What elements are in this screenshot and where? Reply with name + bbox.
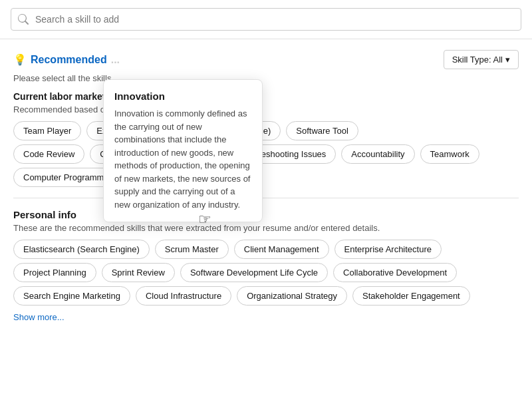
skill-tag-teamwork[interactable]: Teamwork [420, 144, 479, 164]
chevron-down-icon: ▾ [505, 55, 510, 65]
skill-tag-sdlc[interactable]: Software Development Life Cycle [180, 263, 328, 282]
personal-info-section: Personal info These are the recommended … [13, 209, 519, 325]
section-divider [13, 198, 519, 198]
skill-tag-scrum-master[interactable]: Scrum Master [155, 240, 229, 259]
skill-tag-project-planning[interactable]: Project Planning [13, 263, 96, 282]
personal-skills-row1: Elasticsearch (Search Engine) Scrum Mast… [13, 240, 519, 259]
personal-info-title: Personal info [13, 209, 519, 220]
skill-tag-sprint-review[interactable]: Sprint Review [102, 263, 175, 282]
personal-info-desc: These are the recommended skills that we… [13, 223, 519, 233]
innovation-tooltip: Innovation Innovation is commonly define… [103, 79, 263, 222]
skill-tag-search-engine-marketing[interactable]: Search Engine Marketing [13, 286, 130, 305]
skill-tag-elasticsearch[interactable]: Elasticsearch (Search Engine) [13, 240, 150, 259]
skill-tag-code-review[interactable]: Code Review [13, 144, 84, 164]
labor-skills-row1: Team Player Excel Python (Programming La… [13, 121, 519, 140]
search-input[interactable] [11, 8, 521, 31]
skill-tag-stakeholder-engagement[interactable]: Stakeholder Engagement [352, 286, 470, 305]
skill-tag-organizational-strategy[interactable]: Organizational Strategy [237, 286, 347, 305]
skill-tag-enterprise-architecture[interactable]: Enterprise Architecture [334, 240, 442, 259]
skill-tag-team-player[interactable]: Team Player [13, 121, 81, 140]
labor-skills-row3: Computer Programming Show more... [13, 168, 519, 187]
tooltip-body: Innovation is commonly defined as the ca… [114, 107, 251, 211]
skill-tag-software-tool[interactable]: Software Tool [286, 121, 358, 140]
skill-tag-cloud-infrastructure[interactable]: Cloud Infrastructure [136, 286, 231, 305]
labor-market-label: Current labor market... [13, 91, 519, 102]
show-more-personal[interactable]: Show more... [13, 309, 65, 325]
tooltip-title: Innovation [114, 91, 251, 102]
skill-tag-accountability[interactable]: Accountability [341, 144, 414, 164]
bulb-icon: 💡 [13, 53, 27, 66]
personal-skills-row2: Project Planning Sprint Review Software … [13, 263, 519, 282]
skill-tag-collaborative-development[interactable]: Collaborative Development [333, 263, 457, 282]
search-bar [0, 0, 532, 39]
recommended-subtitle: Please select all the skills... [13, 73, 519, 83]
recommended-title: 💡 Recommended... [13, 53, 120, 66]
labor-market-desc: Recommended based on... [13, 104, 519, 114]
personal-skills-row3: Search Engine Marketing Cloud Infrastruc… [13, 286, 519, 305]
skill-tag-client-management[interactable]: Client Management [234, 240, 329, 259]
labor-skills-row2: Code Review Co-Creation Innovation Troub… [13, 144, 519, 164]
skill-type-button[interactable]: Skill Type: All ▾ [444, 50, 519, 69]
section-header: 💡 Recommended... Skill Type: All ▾ [13, 50, 519, 69]
main-content: 💡 Recommended... Skill Type: All ▾ Pleas… [0, 39, 532, 335]
